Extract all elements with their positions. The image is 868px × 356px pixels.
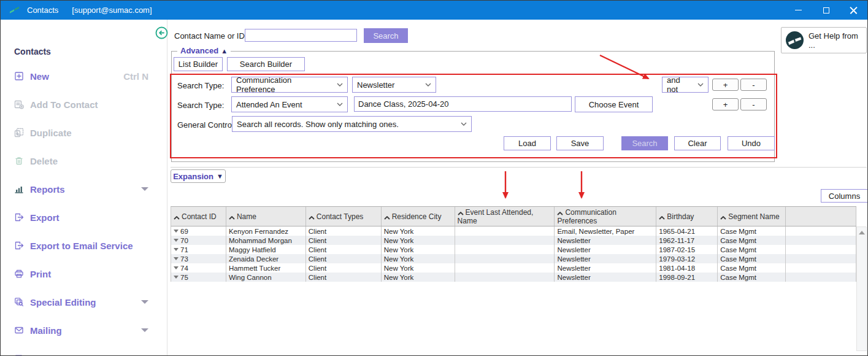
columns-button[interactable]: Columns	[821, 189, 868, 203]
cell-name: Kenyon Fernandez	[226, 226, 306, 236]
print-icon	[14, 269, 25, 279]
sidebar-item-mailing[interactable]: Mailing	[14, 323, 159, 338]
load-button[interactable]: Load	[504, 136, 551, 150]
remove-criterion-2-button[interactable]: -	[740, 98, 767, 110]
back-icon[interactable]	[155, 26, 168, 42]
maximize-icon	[823, 7, 829, 14]
add-criterion-1-button[interactable]: +	[712, 79, 739, 91]
sidebar-item-new[interactable]: NewCtrl N	[14, 69, 159, 83]
titlebar: Contacts [support@sumac.com]	[1, 1, 867, 20]
cell-communication-preferences: Newsletter	[555, 245, 656, 254]
close-icon	[850, 6, 858, 14]
sidebar-item-export[interactable]: Export	[14, 210, 159, 225]
sidebar-item-email[interactable]: Email	[14, 351, 159, 356]
cell-spacer	[786, 273, 856, 282]
column-header-birthday[interactable]: Birthday	[656, 207, 718, 226]
clear-button[interactable]: Clear	[674, 136, 721, 150]
sidebar-item-label: Special Editing	[30, 297, 96, 308]
cell-communication-preferences: Newsletter	[555, 254, 656, 263]
table-row[interactable]: 74Hammett TuckerClientNew YorkNewsletter…	[171, 263, 856, 273]
get-help-label: Get Help from ...	[808, 31, 861, 50]
undo-button[interactable]: Undo	[728, 136, 775, 150]
comm-preference-value: Newsletter	[357, 80, 394, 90]
cell-event-last-attended-name	[455, 263, 555, 273]
column-header-communication-preferences[interactable]: Communication Preferences	[555, 207, 656, 226]
minimize-button[interactable]	[785, 1, 812, 20]
table-row[interactable]: 69Kenyon FernandezClientNew YorkEmail, N…	[171, 226, 856, 236]
chevron-down-icon	[141, 328, 148, 332]
sidebar-item-special-editing[interactable]: Special Editing	[14, 295, 159, 309]
column-header-label: Contact Types	[317, 212, 364, 221]
remove-criterion-1-button[interactable]: -	[740, 79, 767, 91]
general-control-label: General Control:	[177, 120, 236, 130]
column-header-label: Name	[237, 212, 256, 221]
search-type-2-select[interactable]: Attended An Event	[231, 96, 348, 112]
cell-birthday: 1965-04-21	[656, 226, 718, 236]
sidebar-item-reports[interactable]: Reports	[14, 182, 159, 196]
column-header-name[interactable]: Name	[226, 207, 306, 226]
joiner-select[interactable]: and not	[662, 77, 709, 93]
general-control-select[interactable]: Search all records. Show only matching o…	[232, 116, 472, 132]
table-row[interactable]: 75Wing CannonClientNew YorkNewsletter199…	[171, 273, 856, 282]
row-expander-icon[interactable]	[174, 276, 179, 279]
cell-contact-types: Client	[306, 236, 382, 245]
row-expander-icon[interactable]	[174, 239, 179, 242]
save-button[interactable]: Save	[556, 136, 604, 150]
row-expander-icon[interactable]	[174, 257, 179, 260]
quick-search-input[interactable]	[245, 29, 357, 42]
get-help-button[interactable]: Get Help from ...	[781, 27, 867, 53]
advanced-search-button[interactable]: Search	[621, 136, 668, 150]
window-controls	[785, 1, 867, 20]
cell-event-last-attended-name	[455, 236, 555, 245]
cell-contact-types: Client	[306, 226, 382, 236]
column-header-event-last-attended-name[interactable]: Event Last Attended, Name	[455, 207, 555, 226]
sidebar-item-print[interactable]: Print	[14, 266, 159, 281]
cell-segment-name: Case Mgmt	[718, 273, 786, 282]
add-criterion-2-button[interactable]: +	[712, 98, 739, 110]
row-expander-icon[interactable]	[174, 248, 179, 251]
column-header-residence-city[interactable]: Residence City	[382, 207, 455, 226]
column-header-contact-types[interactable]: Contact Types	[306, 207, 382, 226]
search-type-2-value: Attended An Event	[236, 100, 302, 109]
table-row[interactable]: 71Maggy HatfieldClientNew YorkNewsletter…	[171, 245, 856, 254]
event-input[interactable]	[354, 96, 572, 112]
column-header-segment-name[interactable]: Segment Name	[718, 207, 786, 226]
maximize-button[interactable]	[812, 1, 840, 20]
row-expander-icon[interactable]	[174, 266, 179, 269]
cell-name: Maggy Hatfield	[226, 245, 306, 254]
row-expander-icon[interactable]	[174, 230, 179, 233]
sort-asc-icon	[384, 212, 392, 221]
choose-event-button[interactable]: Choose Event	[575, 96, 653, 112]
sidebar-item-export-to-email-service[interactable]: Export to Email Service	[14, 238, 159, 253]
cell-birthday: 1998-09-21	[656, 273, 718, 282]
close-button[interactable]	[840, 1, 867, 20]
search-type-1-select[interactable]: Communication Preference	[231, 77, 348, 93]
cell-contact-id: 75	[171, 273, 226, 282]
new-icon	[14, 71, 25, 81]
table-row[interactable]: 73Zenaida DeckerClientNew YorkNewsletter…	[171, 254, 856, 263]
quick-search-button[interactable]: Search	[364, 28, 408, 43]
vertical-scrollbar[interactable]	[856, 226, 867, 351]
duplicate-icon	[14, 128, 25, 137]
expansion-toggle[interactable]: Expansion ▼	[171, 169, 226, 183]
cell-event-last-attended-name	[455, 245, 555, 254]
minimize-icon	[795, 10, 802, 10]
sidebar: Contacts NewCtrl NAdd To ContactDuplicat…	[1, 20, 167, 355]
column-header-label: Birthday	[667, 212, 694, 221]
sidebar-item-label: Delete	[30, 156, 58, 166]
search-builder-button[interactable]: Search Builder	[227, 57, 305, 71]
sort-asc-icon	[720, 212, 728, 221]
cell-residence-city: New York	[382, 245, 455, 254]
delete-icon	[14, 156, 25, 166]
cell-spacer	[786, 263, 856, 273]
email-icon	[14, 354, 25, 356]
expansion-label: Expansion	[173, 172, 213, 181]
special-editing-icon	[14, 297, 25, 307]
table-row[interactable]: 70Mohammad MorganClientNew YorkNewslette…	[171, 236, 856, 245]
column-header-contact-id[interactable]: Contact ID	[171, 207, 226, 226]
advanced-legend[interactable]: Advanced ▲	[177, 46, 231, 55]
column-header-label: Event Last Attended, Name	[458, 208, 534, 225]
list-builder-button[interactable]: List Builder	[174, 57, 223, 71]
comm-preference-select[interactable]: Newsletter	[352, 77, 436, 93]
cell-residence-city: New York	[382, 254, 455, 263]
